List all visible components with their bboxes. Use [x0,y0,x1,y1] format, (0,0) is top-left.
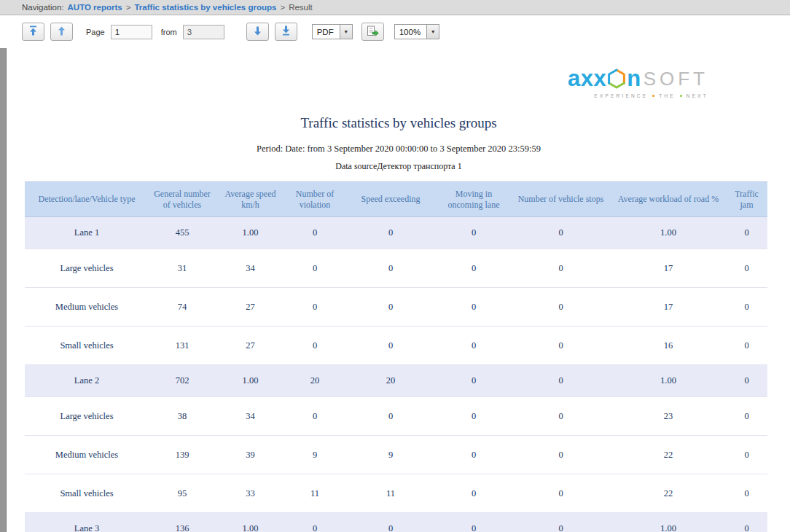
vehicle-row: Medium vehicles74270000170 [25,288,767,326]
value-cell: 0 [345,217,437,249]
total-pages-field [183,25,224,39]
orange-dot-icon [652,95,654,97]
value-cell: 27 [216,288,285,326]
value-cell: 1.00 [611,217,726,249]
nav-separator: > [126,3,131,12]
value-cell: 0 [726,474,767,513]
column-header: Speed exceeding [345,182,437,217]
nav-link-traffic-statistics[interactable]: Traffic statistics by vehicles groups [134,3,276,12]
row-label-cell: Lane 3 [25,513,149,532]
value-cell: 0 [345,326,437,365]
nav-link-auto-reports[interactable]: AUTO reports [68,3,122,12]
tagline-word: NEXT [687,93,708,98]
report-table: Detection/lane/Vehicle typeGeneral numbe… [25,181,767,532]
vehicle-row: Medium vehicles139399900220 [25,436,767,474]
value-cell: 0 [726,436,767,474]
value-cell: 0 [726,249,767,288]
value-cell: 0 [511,474,611,513]
value-cell: 17 [611,249,726,288]
value-cell: 34 [216,249,285,288]
nav-current-result: Result [289,3,313,12]
value-cell: 0 [437,397,511,436]
column-header: Detection/lane/Vehicle type [25,182,149,217]
value-cell: 0 [511,365,611,397]
column-header: Number of violation [285,182,345,217]
value-cell: 0 [437,217,511,249]
value-cell: 0 [726,288,767,326]
value-cell: 0 [437,249,511,288]
vehicle-row: Large vehicles31340000170 [25,249,767,288]
value-cell: 1.00 [216,217,285,249]
column-header: Traffic jam [726,182,767,217]
first-page-button[interactable] [22,23,44,41]
value-cell: 17 [611,288,726,326]
value-cell: 1.00 [216,365,285,397]
row-label-cell: Large vehicles [25,397,149,436]
zoom-value: 100% [395,25,426,39]
vehicle-row: Large vehicles38340000230 [25,397,767,436]
value-cell: 9 [345,436,437,474]
chevron-down-icon: ▼ [340,25,352,39]
value-cell: 20 [345,365,437,397]
value-cell: 16 [611,326,726,365]
nav-separator: > [280,3,285,12]
value-cell: 0 [511,217,611,249]
column-header: General number of vehicles [149,182,216,217]
value-cell: 74 [149,288,216,326]
value-cell: 0 [726,217,767,249]
value-cell: 0 [511,249,611,288]
row-label-cell: Small vehicles [25,326,149,365]
value-cell: 1.00 [216,513,285,532]
value-cell: 0 [285,217,345,249]
value-cell: 0 [437,326,511,365]
page-number-input[interactable] [111,25,152,39]
value-cell: 702 [149,365,216,397]
column-header: Average speed km/h [216,182,285,217]
lane-row: Lane 31361.0000001.000 [25,513,767,532]
value-cell: 9 [285,436,345,474]
value-cell: 11 [285,474,345,513]
value-cell: 0 [437,288,511,326]
value-cell: 22 [611,474,726,513]
hexagon-o-icon [607,69,626,89]
value-cell: 0 [345,288,437,326]
value-cell: 0 [726,365,767,397]
value-cell: 0 [345,397,437,436]
report-page-area: axx n SOFT EXPERIENCE THE NEXT T [0,48,790,532]
nav-label: Navigation: [22,3,64,12]
value-cell: 0 [437,365,511,397]
value-cell: 38 [149,397,216,436]
value-cell: 11 [345,474,437,513]
previous-page-button[interactable] [50,23,73,41]
value-cell: 0 [285,513,345,532]
arrow-up-icon [58,26,66,38]
export-button[interactable] [361,23,384,41]
value-cell: 0 [285,288,345,326]
value-cell: 139 [149,436,216,474]
column-header: Average workload of road % [611,182,726,217]
column-header: Number of vehicle stops [511,182,611,217]
value-cell: 23 [611,397,726,436]
vehicle-row: Small vehicles131270000160 [25,326,767,365]
value-cell: 0 [285,326,345,365]
value-cell: 0 [726,326,767,365]
logo-tagline: EXPERIENCE THE NEXT [568,93,708,98]
value-cell: 0 [511,326,611,365]
zoom-select[interactable]: 100% ▼ [394,24,439,39]
last-page-button[interactable] [275,23,297,41]
lane-row: Lane 27021.002020001.000 [25,365,767,397]
value-cell: 22 [611,436,726,474]
vehicle-row: Small vehicles9533111100220 [25,474,767,513]
tagline-word: THE [659,93,676,98]
value-cell: 0 [285,249,345,288]
value-cell: 31 [149,249,216,288]
arrow-down-to-bar-icon [282,26,290,38]
lane-row: Lane 14551.0000001.000 [25,217,767,249]
report-page: axx n SOFT EXPERIENCE THE NEXT T [7,48,790,532]
next-page-button[interactable] [246,23,269,41]
row-label-cell: Lane 1 [25,217,149,249]
value-cell: 1.00 [611,365,726,397]
export-format-select[interactable]: PDF ▼ [312,24,353,39]
value-cell: 0 [726,513,767,532]
row-label-cell: Large vehicles [25,249,149,288]
